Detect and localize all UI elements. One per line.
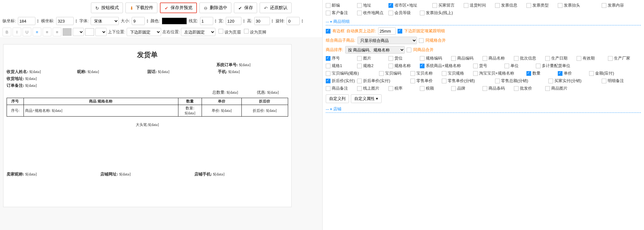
chk-发票抬头(线上)[interactable]: 发票抬头(线上) — [420, 10, 464, 16]
size-spinner[interactable]: ▲▼ — [146, 19, 149, 23]
chk-宝贝编码(规格)[interactable]: 宝贝编码(规格) — [326, 71, 379, 76]
total-qty-field[interactable]: 总数量: $[data] — [212, 90, 238, 95]
custom-col-button[interactable]: 自定义列 — [326, 94, 349, 103]
shop-url-field[interactable]: 店铺网址: $[data] — [100, 171, 194, 177]
chk-系统商品+规格名称[interactable]: 系统商品+规格名称 — [420, 63, 473, 69]
shop-mobile-field[interactable]: 店铺手机: $[data] — [194, 171, 288, 177]
chk-明细备注[interactable]: 明细备注 — [602, 78, 633, 84]
chk-发票类型[interactable]: 发票类型 — [526, 3, 558, 8]
y-spinner[interactable]: ▲▼ — [37, 19, 39, 23]
chk-零售单价[interactable]: 零售单价 — [410, 78, 442, 84]
border-chk[interactable] — [326, 29, 330, 34]
shop-section-header[interactable]: 店铺 — [326, 106, 641, 113]
nick-field[interactable]: 昵称: $[data] — [77, 69, 148, 75]
chk-线上图片[interactable]: 线上图片 — [357, 86, 388, 91]
italic-button[interactable]: I — [13, 28, 21, 36]
chk-买家实付(分销)[interactable]: 买家实付(分销) — [548, 78, 602, 84]
chk-货号[interactable]: 货号 — [473, 63, 504, 69]
combo-select[interactable]: 只显示组合商品 — [357, 37, 417, 44]
chk-收件地网点[interactable]: 收件地网点 — [357, 10, 388, 16]
bottom-fixed-chk[interactable] — [398, 29, 402, 34]
chk-省市区+地址[interactable]: 省市区+地址 — [388, 3, 432, 8]
recv-name-field[interactable]: 收货人姓名: $[data] — [7, 69, 77, 75]
chk-有效期[interactable]: 有效期 — [577, 55, 608, 61]
chk-规格名称[interactable]: 规格名称 — [388, 63, 420, 69]
canvas-area[interactable]: 发货单 系统订单号: $[data] 收货人姓名: $[data] 昵称: $[… — [0, 38, 322, 230]
rotate-spinner[interactable]: ▲▼ — [301, 19, 304, 23]
chk-货位[interactable]: 货位 — [388, 55, 420, 61]
chk-商品图片[interactable]: 商品图片 — [545, 86, 577, 91]
chk-商品编码[interactable]: 商品编码 — [451, 55, 483, 61]
font-select[interactable]: 宋体 — [91, 17, 119, 25]
hpos-select[interactable]: 左边距固定 — [181, 28, 215, 36]
chk-多计量配货单位[interactable]: 多计量配货单位 — [536, 63, 589, 69]
chk-品牌[interactable]: 品牌 — [451, 86, 483, 91]
chk-图片[interactable]: 图片 — [357, 55, 388, 61]
chk-零售总额(分销)[interactable]: 零售总额(分销) — [495, 78, 548, 84]
chk-折后单价(实付)[interactable]: 折后单价(实付) — [357, 78, 410, 84]
button-mode[interactable]: 按钮模式 — [91, 3, 123, 13]
y-input[interactable] — [18, 17, 35, 25]
same-prod-merge-chk[interactable] — [407, 48, 411, 52]
x-input[interactable] — [56, 17, 74, 25]
rotate-input[interactable] — [287, 17, 300, 25]
chk-发票抬头[interactable]: 发票抬头 — [558, 3, 602, 8]
size-input[interactable] — [132, 17, 145, 25]
align-right-button[interactable]: ≡ — [53, 28, 61, 36]
chk-宝贝编码[interactable]: 宝贝编码 — [379, 71, 410, 76]
width-input[interactable] — [226, 17, 241, 25]
revert-default-button[interactable]: 还原默认 — [260, 3, 292, 13]
linew-spinner[interactable]: ▲▼ — [214, 19, 217, 23]
tel-field[interactable]: 固话: $[data] — [147, 69, 218, 75]
delete-selected-button[interactable]: 删除选中 — [199, 3, 231, 13]
bold-button[interactable]: B — [3, 28, 11, 36]
chk-会员等级[interactable]: 会员等级 — [388, 10, 420, 16]
chk-序号[interactable]: 序号 — [326, 55, 357, 61]
chk-生产厂家[interactable]: 生产厂家 — [608, 55, 639, 61]
bg-color-block[interactable] — [63, 28, 71, 36]
underline-button[interactable]: U — [23, 28, 31, 36]
sort-select[interactable]: 按 商品编码、规格名称 — [345, 46, 405, 54]
chk-买家留言[interactable]: 买家留言 — [432, 3, 464, 8]
chk-单位[interactable]: 单位 — [504, 63, 536, 69]
set-header-chk[interactable]: 设为页眉 — [219, 29, 241, 35]
bg-dropdown[interactable] — [73, 28, 84, 36]
height-input[interactable] — [254, 17, 270, 25]
chk-零售单价(分销)[interactable]: 零售单价(分销) — [442, 78, 495, 84]
doc-title[interactable]: 发货单 — [7, 50, 288, 60]
chk-批发价[interactable]: 批发价 — [514, 86, 545, 91]
same-spec-merge-chk[interactable] — [419, 38, 424, 43]
seller-nick-field[interactable]: 卖家昵称: $[data] — [7, 171, 100, 177]
discount-field[interactable]: 优惠: $[data] — [257, 90, 279, 95]
chk-商品名称[interactable]: 商品名称 — [483, 55, 514, 61]
chk-发票信息[interactable]: 发票信息 — [495, 3, 526, 8]
chk-商品备注[interactable]: 商品备注 — [326, 86, 357, 91]
border-dropdown[interactable] — [95, 28, 107, 36]
chk-商品条码[interactable]: 商品条码 — [483, 86, 514, 91]
download-control-button[interactable]: 下载控件 — [125, 3, 157, 13]
sys-order-field[interactable]: 系统订单号: $[data] — [216, 62, 251, 68]
chk-金额(应付)[interactable]: 金额(应付) — [589, 71, 620, 76]
chk-宝贝规格[interactable]: 宝贝规格 — [442, 71, 473, 76]
linew-input[interactable] — [200, 17, 213, 25]
mobile-field[interactable]: 手机: $[data] — [218, 69, 288, 75]
chk-折后价(实付)[interactable]: 折后价(实付) — [326, 78, 357, 84]
doc-table[interactable]: 序号 商品 规格名称 数量 单价 折后价 序号: 商品+规格名称: $[data… — [7, 98, 288, 117]
set-footer-chk[interactable]: 设为页脚 — [244, 29, 266, 35]
recv-addr-field[interactable]: 收货地址: $[data] — [7, 76, 37, 81]
auto-margin-input[interactable] — [378, 27, 396, 35]
cap-field[interactable]: 大头笔:$[data] — [7, 122, 288, 128]
chk-地址[interactable]: 地址 — [357, 3, 388, 8]
save-preview-button[interactable]: 保存并预览 — [160, 3, 197, 13]
chk-批次信息[interactable]: 批次信息 — [514, 55, 545, 61]
chk-客户备注[interactable]: 客户备注 — [326, 10, 357, 16]
align-left-button[interactable]: ≡ — [33, 28, 41, 36]
chk-发票内容[interactable]: 发票内容 — [602, 3, 633, 8]
chk-规格编码[interactable]: 规格编码 — [420, 55, 451, 61]
chk-邮编[interactable]: 邮编 — [326, 3, 357, 8]
chk-税额[interactable]: 税额 — [420, 86, 451, 91]
chk-规格1[interactable]: 规格1 — [326, 63, 357, 69]
height-spinner[interactable]: ▲▼ — [271, 19, 274, 23]
chk-生产日期[interactable]: 生产日期 — [545, 55, 577, 61]
chk-规格2[interactable]: 规格2 — [357, 63, 388, 69]
